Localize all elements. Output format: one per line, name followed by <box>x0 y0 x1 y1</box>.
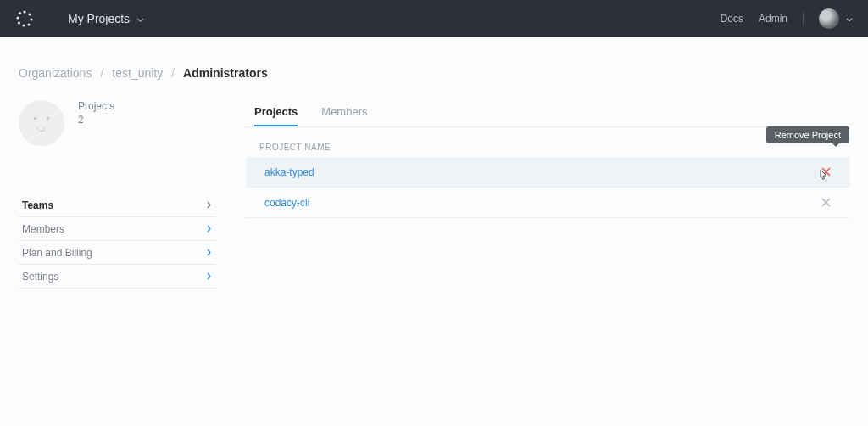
main: Projects Members PROJECT NAME akka-typed… <box>231 100 849 289</box>
sidebar: Projects 2 Teams Members <box>19 100 231 289</box>
sidebar-item-label: Teams <box>22 199 53 211</box>
tab-members[interactable]: Members <box>321 100 367 126</box>
sidebar-item-label: Settings <box>22 271 58 283</box>
crumb-organizations[interactable]: Organizations <box>19 66 92 80</box>
svg-point-7 <box>19 12 21 14</box>
svg-point-4 <box>22 24 25 26</box>
chevron-down-icon <box>136 12 144 25</box>
chevron-right-icon <box>207 224 212 234</box>
svg-point-2 <box>30 18 32 20</box>
tab-projects[interactable]: Projects <box>254 100 298 126</box>
svg-point-5 <box>18 21 20 24</box>
remove-project-tooltip: Remove Project <box>766 126 849 143</box>
sidebar-item-settings[interactable]: Settings <box>19 265 215 289</box>
avatar-icon <box>819 8 839 29</box>
chevron-right-icon <box>207 272 212 282</box>
project-link[interactable]: codacy-cli <box>264 197 309 209</box>
user-menu[interactable] <box>819 8 853 29</box>
remove-project-button[interactable] <box>821 198 831 207</box>
topbar: My Projects Docs Admin <box>0 0 868 37</box>
sidebar-item-label: Members <box>22 223 64 235</box>
svg-point-0 <box>23 10 25 13</box>
breadcrumb: Organizations / test_unity / Administrat… <box>19 66 849 80</box>
chevron-down-icon <box>846 14 853 24</box>
projects-count: 2 <box>78 114 114 126</box>
projects-table: PROJECT NAME akka-typed codacy-cli <box>246 137 849 218</box>
sidebar-item-members[interactable]: Members <box>19 217 215 241</box>
breadcrumb-separator: / <box>100 66 103 80</box>
divider <box>803 12 804 25</box>
crumb-administrators: Administrators <box>183 66 268 80</box>
admin-link[interactable]: Admin <box>759 13 787 25</box>
tabs: Projects Members <box>246 100 849 127</box>
sidebar-item-label: Plan and Billing <box>22 247 92 259</box>
chevron-right-icon <box>207 200 212 210</box>
svg-point-3 <box>27 23 30 25</box>
remove-project-button[interactable] <box>821 167 831 177</box>
page: Organizations / test_unity / Administrat… <box>0 37 868 289</box>
docs-link[interactable]: Docs <box>721 13 743 25</box>
team-summary: Projects 2 <box>19 100 215 146</box>
side-nav: Teams Members Plan and Billing <box>19 193 215 289</box>
logo-icon[interactable] <box>15 9 34 28</box>
team-avatar-icon <box>19 100 64 146</box>
svg-point-6 <box>16 16 19 19</box>
chevron-right-icon <box>207 248 212 258</box>
project-link[interactable]: akka-typed <box>264 166 314 178</box>
projects-label: Projects <box>78 100 114 112</box>
sidebar-item-plan-billing[interactable]: Plan and Billing <box>19 241 215 265</box>
table-row[interactable]: akka-typed <box>246 157 849 188</box>
table-row[interactable]: codacy-cli <box>246 188 849 218</box>
sidebar-item-teams[interactable]: Teams <box>19 193 215 217</box>
my-projects-dropdown[interactable]: My Projects <box>68 12 144 25</box>
my-projects-label: My Projects <box>68 12 130 25</box>
tooltip-text: Remove Project <box>775 130 841 140</box>
svg-point-1 <box>28 13 31 15</box>
breadcrumb-separator: / <box>171 66 175 80</box>
crumb-test-unity[interactable]: test_unity <box>112 66 163 80</box>
table-header-project-name: PROJECT NAME <box>246 137 849 157</box>
